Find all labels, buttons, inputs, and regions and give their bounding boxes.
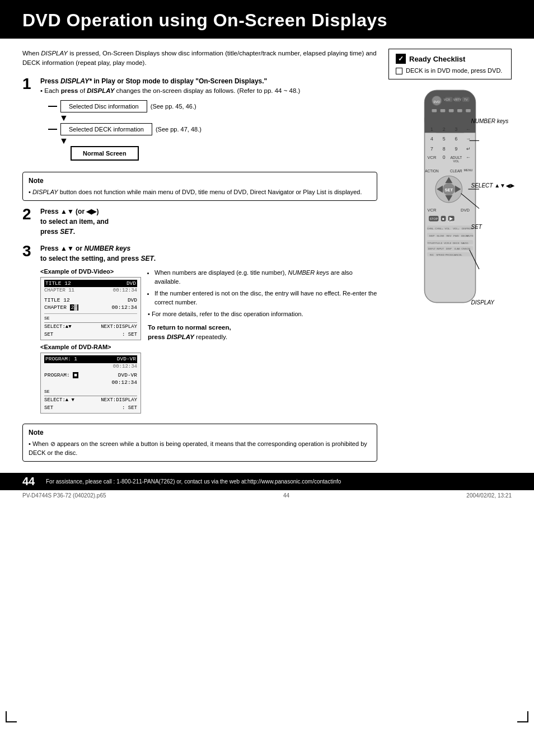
svg-text:2: 2 <box>443 126 446 132</box>
page-footer: 44 For assistance, please call : 1-800-2… <box>0 473 534 490</box>
flow-box-disc: Selected Disc information <box>60 100 147 112</box>
svg-text:VCR-E: VCR-E <box>444 242 452 245</box>
svg-text:TITLE-E: TITLE-E <box>433 242 442 245</box>
svg-text:CANCEL: CANCEL <box>452 253 462 256</box>
svg-text:DVD: DVD <box>461 208 470 213</box>
svg-text:VCR: VCR <box>428 208 437 213</box>
svg-text:SPEED: SPEED <box>436 253 444 256</box>
svg-text:9: 9 <box>455 146 457 152</box>
note-1-title: Note <box>29 176 371 186</box>
svg-text:DISP: DISP <box>462 227 467 230</box>
header-bar: DVD Operation using On-Screen Displays <box>0 0 534 39</box>
display-label: DISPLAY <box>471 299 514 306</box>
left-column: When DISPLAY is pressed, On-Screen Displ… <box>22 49 377 467</box>
flow-arrow-2: ▼ <box>59 135 377 146</box>
svg-text:VCR: VCR <box>428 155 437 160</box>
note-box-2: Note • When ⊘ appears on the screen whil… <box>22 424 377 462</box>
example-dvd-ram-title: <Example of DVD-RAM> <box>40 344 141 350</box>
svg-text:CHNL-: CHNL- <box>427 227 435 230</box>
checkmark-icon: ✓ <box>396 54 406 64</box>
flow-box-normal: Normal Screen <box>71 146 139 161</box>
bullet-2: If the number entered is not on the disc… <box>154 289 377 307</box>
svg-text:SET: SET <box>444 187 453 192</box>
svg-text:DISP: DISP <box>446 247 452 250</box>
step-2: 2 Press ▲▼ (or ◀▶)to select an item, and… <box>22 206 377 237</box>
svg-text:DEFLT: DEFLT <box>428 247 436 250</box>
bullet-1: When numbers are displayed (e.g. title n… <box>154 268 377 287</box>
ready-checklist-title: ✓ Ready Checklist <box>396 54 504 64</box>
svg-text:ADULT: ADULT <box>450 156 462 159</box>
step-3-bullets: When numbers are displayed (e.g. title n… <box>154 268 377 307</box>
svg-rect-15 <box>466 109 471 112</box>
svg-text:7: 7 <box>430 146 433 152</box>
step-1-body: • Each press of DISPLAY changes the on-s… <box>40 86 377 96</box>
examples-col: <Example of DVD-Video> TITLE 12 DVD CHAP… <box>40 268 141 417</box>
number-keys-label: NUMBER keys <box>471 118 514 124</box>
note-2-text: • When ⊘ appears on the screen while a b… <box>29 439 371 458</box>
svg-text:←: ← <box>466 126 471 132</box>
intro-text: When DISPLAY is pressed, On-Screen Displ… <box>22 49 377 68</box>
bottom-left: PV-D4744S P36-72 (040202).p65 <box>22 492 106 499</box>
svg-text:8: 8 <box>443 146 446 152</box>
svg-text:R/C: R/C <box>430 253 434 256</box>
note-2-title: Note <box>29 428 371 438</box>
svg-text:CHNL+: CHNL+ <box>435 227 443 230</box>
svg-text:ONSCR: ONSCR <box>461 247 470 250</box>
checkbox-deck <box>396 68 402 74</box>
corner-mark-tr <box>517 6 528 17</box>
flow-box-deck-ref: (See pp. 47, 48.) <box>156 126 202 133</box>
svg-text:5: 5 <box>443 136 446 142</box>
svg-text:VOL+: VOL+ <box>453 227 460 230</box>
step-2-content: Press ▲▼ (or ◀▶)to select an item, andpr… <box>40 206 377 237</box>
page-number: 44 <box>22 475 40 488</box>
step-1-title: Press DISPLAY* in Play or Stop mode to d… <box>40 76 377 86</box>
checklist-item-1: DECK is in DVD mode, press DVD. <box>396 67 504 74</box>
examples-container: <Example of DVD-Video> TITLE 12 DVD CHAP… <box>40 268 377 417</box>
step-3-title: Press ▲▼ or NUMBER keysto select the set… <box>40 243 377 264</box>
corner-mark-bl <box>6 711 17 722</box>
note-1-text: • DISPLAY button does not function while… <box>29 187 371 197</box>
svg-rect-13 <box>449 109 454 112</box>
ready-checklist-label: Ready Checklist <box>409 55 465 63</box>
step-2-title: Press ▲▼ (or ◀▶)to select an item, andpr… <box>40 206 377 237</box>
svg-text:VCR: VCR <box>444 98 451 101</box>
svg-text:FWD: FWD <box>453 234 459 237</box>
checklist-item-1-text: DECK is in DVD mode, press DVD. <box>406 67 502 74</box>
step-3-number: 3 <box>22 243 36 417</box>
remote-container: DVD VCR VRTY TV 1 2 3 ← 4 5 <box>388 87 512 306</box>
flow-arrow-1: ▼ <box>59 112 377 123</box>
svg-text:STOP: STOP <box>429 217 438 220</box>
bottom-info: PV-D4744S P36-72 (040202).p65 44 2004/02… <box>0 490 534 501</box>
svg-rect-11 <box>432 109 437 112</box>
example-dvd-ram-box: PROGRAM: 1 DVD-VR 00:12:34 PROGRAM: ■ DV… <box>40 353 141 414</box>
step-1-content: Press DISPLAY* in Play or Stop mode to d… <box>40 76 377 166</box>
svg-text:TV: TV <box>464 98 468 101</box>
svg-text:SLOW: SLOW <box>437 234 444 237</box>
set-label: SET <box>471 224 514 230</box>
svg-text:VOL-: VOL- <box>445 227 451 230</box>
svg-text:ACTION: ACTION <box>425 169 439 173</box>
example-dvd-video-title: <Example of DVD-Video> <box>40 268 141 275</box>
step-2-number: 2 <box>22 206 36 237</box>
flow-box-deck: Selected DECK information <box>60 123 152 135</box>
step-1: 1 Press DISPLAY* in Play or Stop mode to… <box>22 76 377 166</box>
ready-checklist: ✓ Ready Checklist DECK is in DVD mode, p… <box>388 49 512 79</box>
corner-mark-br <box>517 711 528 722</box>
bottom-center: 44 <box>283 492 289 499</box>
svg-rect-14 <box>457 109 462 112</box>
step-3-content: Press ▲▼ or NUMBER keysto select the set… <box>40 243 377 417</box>
svg-text:6: 6 <box>455 136 457 142</box>
svg-text:4: 4 <box>430 136 433 142</box>
svg-text:←: ← <box>466 154 471 160</box>
bullet-ram: • For more details, refer to the disc op… <box>148 311 377 317</box>
svg-text:D.AE: D.AE <box>455 247 460 250</box>
svg-rect-12 <box>441 109 446 112</box>
select-label: SELECT ▲▼◀▶ <box>471 182 514 189</box>
remote-labels: NUMBER keys SELECT ▲▼◀▶ SET DISPLAY <box>471 87 514 306</box>
corner-mark-tl <box>6 6 17 17</box>
bottom-right: 2004/02/02, 13:21 <box>466 492 512 499</box>
main-content: When DISPLAY is pressed, On-Screen Displ… <box>0 39 534 473</box>
svg-text:■: ■ <box>442 217 444 220</box>
page-title: DVD Operation using On-Screen Displays <box>22 10 512 31</box>
return-text: To return to normal screen,press DISPLAY… <box>148 323 377 342</box>
